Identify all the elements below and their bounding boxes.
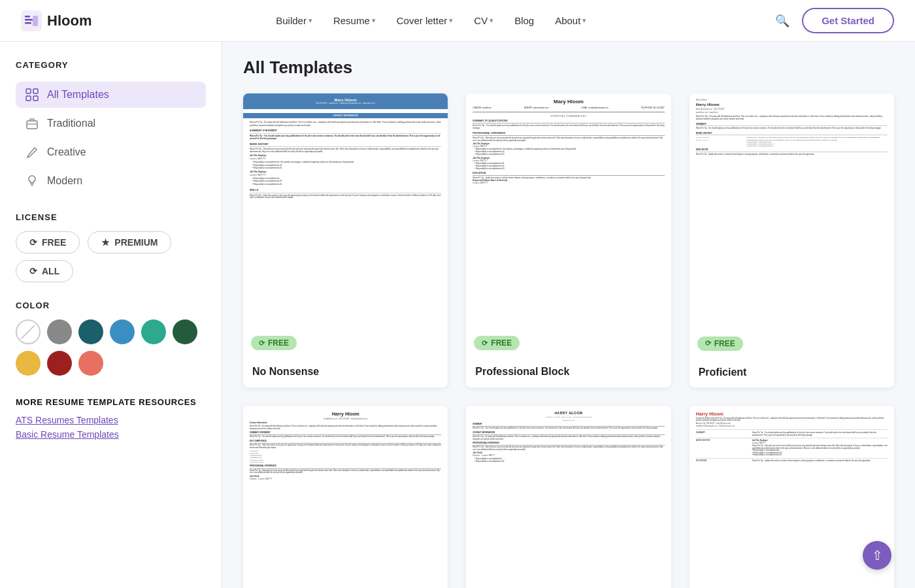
scroll-to-top-button[interactable]: ⇧ bbox=[863, 541, 891, 570]
resources-title: MORE RESUME TEMPLATE RESOURCES bbox=[16, 397, 206, 408]
resume-mini-proficient: Harry Hloom Harry Hloom hloom@example.co… bbox=[690, 93, 894, 359]
lightbulb-icon bbox=[25, 174, 39, 188]
sidebar: CATEGORY All Templates bbox=[0, 42, 222, 588]
template-preview-no-nonsense: Mary Hloom 555-123-4567 · maryhloom · ma… bbox=[243, 93, 448, 358]
sidebar-all-templates-label: All Templates bbox=[47, 89, 109, 101]
color-swatch-gray[interactable] bbox=[47, 319, 72, 344]
recycle-icon-all: ⟳ bbox=[29, 266, 37, 276]
template-name-professional-block: Professional Block bbox=[475, 366, 661, 378]
color-swatch-dark-green[interactable] bbox=[173, 319, 197, 344]
resume-mini-professional-block: Mary Hloom LINKEDIN: maryhloom WEBSITE: … bbox=[466, 93, 671, 358]
template-preview-proficient: Harry Hloom Harry Hloom hloom@example.co… bbox=[690, 93, 894, 359]
nav-cv[interactable]: CV ▾ bbox=[465, 10, 503, 31]
search-button[interactable]: 🔍 bbox=[771, 9, 794, 33]
svg-rect-7 bbox=[26, 96, 31, 101]
briefcase-icon bbox=[25, 116, 39, 131]
template-info-proficient: Proficient bbox=[690, 359, 894, 387]
grid-icon bbox=[25, 88, 39, 102]
logo[interactable]: Hloom bbox=[21, 10, 92, 31]
get-started-button[interactable]: Get Started bbox=[802, 8, 894, 33]
ats-templates-link[interactable]: ATS Resumes Templates bbox=[16, 415, 206, 425]
template-preview-professional-block: Mary Hloom LINKEDIN: maryhloom WEBSITE: … bbox=[466, 93, 671, 358]
logo-icon bbox=[21, 10, 42, 31]
main-content: All Templates Mary Hloom 555-123-4567 · … bbox=[222, 42, 915, 588]
color-swatch-none[interactable] bbox=[16, 319, 41, 344]
template-card-no-nonsense[interactable]: Mary Hloom 555-123-4567 · maryhloom · ma… bbox=[243, 93, 448, 387]
sidebar-item-modern[interactable]: Modern bbox=[16, 168, 206, 194]
template-preview-functional: Harry Hloom harry@hloom.com · 555-123-45… bbox=[243, 406, 448, 589]
color-swatch-yellow[interactable] bbox=[16, 351, 41, 376]
sidebar-creative-label: Creative bbox=[47, 146, 86, 158]
license-section-title: LICENSE bbox=[16, 212, 206, 222]
color-swatch-red[interactable] bbox=[47, 351, 72, 376]
nav-actions: 🔍 Get Started bbox=[771, 8, 894, 33]
chevron-down-icon: ▾ bbox=[308, 16, 312, 25]
nav-builder[interactable]: Builder ▾ bbox=[267, 10, 322, 31]
color-swatch-blue[interactable] bbox=[110, 319, 135, 344]
color-swatch-teal[interactable] bbox=[78, 319, 103, 344]
chevron-down-icon: ▾ bbox=[372, 16, 376, 25]
resources-section: MORE RESUME TEMPLATE RESOURCES ATS Resum… bbox=[16, 397, 206, 440]
chevron-down-icon: ▾ bbox=[449, 16, 453, 25]
resume-mini-no-nonsense: Mary Hloom 555-123-4567 · maryhloom · ma… bbox=[243, 93, 448, 358]
page-title: All Templates bbox=[243, 57, 894, 78]
svg-rect-8 bbox=[33, 96, 38, 101]
page-body: CATEGORY All Templates bbox=[0, 42, 915, 588]
svg-rect-4 bbox=[33, 16, 38, 26]
sidebar-modern-label: Modern bbox=[47, 175, 82, 187]
sidebar-item-traditional[interactable]: Traditional bbox=[16, 110, 206, 137]
svg-rect-3 bbox=[25, 22, 31, 24]
template-info-professional-block: Professional Block bbox=[466, 358, 671, 387]
license-free-button[interactable]: ⟳ FREE bbox=[16, 231, 80, 253]
sidebar-traditional-label: Traditional bbox=[47, 118, 95, 129]
recycle-icon: ⟳ bbox=[29, 237, 37, 248]
chevron-down-icon: ▾ bbox=[490, 16, 493, 25]
color-swatch-coral[interactable] bbox=[78, 351, 103, 376]
free-icon: ⟳ bbox=[482, 339, 488, 348]
color-section-title: COLOR bbox=[16, 301, 206, 310]
color-swatch-green[interactable] bbox=[141, 319, 166, 344]
template-name-proficient: Proficient bbox=[699, 367, 885, 378]
nav-about[interactable]: About ▾ bbox=[546, 10, 595, 31]
license-buttons: ⟳ FREE ★ PREMIUM bbox=[16, 231, 206, 253]
navigation: Hloom Builder ▾ Resume ▾ Cover letter ▾ … bbox=[0, 0, 915, 42]
color-grid bbox=[16, 319, 206, 376]
svg-rect-9 bbox=[27, 121, 37, 129]
license-premium-button[interactable]: ★ PREMIUM bbox=[88, 231, 171, 253]
license-section: LICENSE ⟳ FREE ★ PREMIUM ⟳ ALL bbox=[16, 212, 206, 282]
category-section-title: CATEGORY bbox=[16, 60, 206, 70]
nav-blog[interactable]: Blog bbox=[505, 10, 543, 31]
template-card-proficient[interactable]: Harry Hloom Harry Hloom hloom@example.co… bbox=[690, 93, 894, 387]
category-list: CATEGORY All Templates bbox=[16, 60, 206, 194]
basic-templates-link[interactable]: Basic Resume Templates bbox=[16, 429, 206, 440]
template-badge-professional-block: ⟳ FREE bbox=[474, 336, 520, 350]
svg-rect-5 bbox=[26, 89, 31, 93]
star-icon: ★ bbox=[101, 237, 110, 248]
templates-grid: Mary Hloom 555-123-4567 · maryhloom · ma… bbox=[243, 93, 894, 588]
license-all-button[interactable]: ⟳ ALL bbox=[16, 260, 73, 282]
template-card-functional[interactable]: Harry Hloom harry@hloom.com · 555-123-45… bbox=[243, 406, 448, 589]
nav-links: Builder ▾ Resume ▾ Cover letter ▾ CV ▾ B… bbox=[267, 10, 595, 31]
nav-resume[interactable]: Resume ▾ bbox=[324, 10, 385, 31]
svg-rect-6 bbox=[33, 89, 38, 93]
license-all-buttons: ⟳ ALL bbox=[16, 253, 206, 282]
nav-cover-letter[interactable]: Cover letter ▾ bbox=[388, 10, 463, 31]
template-badge-no-nonsense: ⟳ FREE bbox=[251, 336, 297, 350]
svg-rect-1 bbox=[25, 16, 30, 18]
main-header: All Templates bbox=[243, 57, 894, 78]
resume-mini-functional: Harry Hloom harry@hloom.com · 555-123-45… bbox=[243, 406, 448, 589]
free-icon: ⟳ bbox=[259, 339, 265, 348]
template-card-professional-block[interactable]: Mary Hloom LINKEDIN: maryhloom WEBSITE: … bbox=[466, 93, 671, 387]
template-preview-executive: HARRY HLOOM Asheville, NC 28403 · 555-12… bbox=[466, 406, 671, 589]
svg-rect-2 bbox=[25, 19, 33, 21]
pencil-icon bbox=[25, 145, 39, 159]
sidebar-item-creative[interactable]: Creative bbox=[16, 139, 206, 165]
logo-text: Hloom bbox=[47, 12, 92, 29]
template-name-no-nonsense: No Nonsense bbox=[252, 366, 439, 378]
template-card-executive[interactable]: HARRY HLOOM Asheville, NC 28403 · 555-12… bbox=[466, 406, 671, 589]
chevron-down-icon: ▾ bbox=[582, 16, 586, 25]
template-badge-proficient: ⟳ FREE bbox=[697, 336, 743, 351]
sidebar-item-all-templates[interactable]: All Templates bbox=[16, 82, 206, 108]
resume-mini-executive: HARRY HLOOM Asheville, NC 28403 · 555-12… bbox=[466, 406, 671, 589]
template-info-no-nonsense: No Nonsense bbox=[243, 358, 448, 387]
